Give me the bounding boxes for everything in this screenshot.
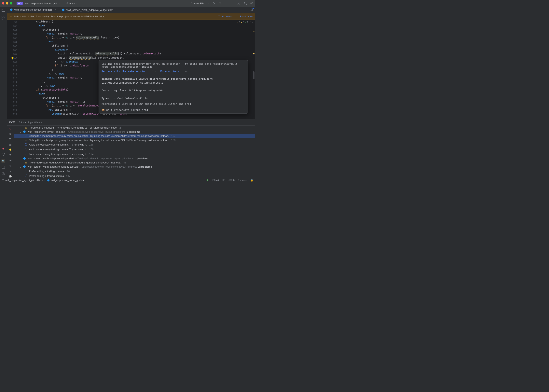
breadcrumb[interactable]: wolt_responsive_layout_grid.dart (51, 179, 85, 182)
problem-group[interactable]: ⌄🔷wolt_screen_width_adaptive_widget.dart… (14, 156, 255, 161)
more-icon[interactable]: ⋮ (225, 2, 227, 5)
sort-icon[interactable]: ⇅ (9, 164, 11, 168)
dcm-tab[interactable]: DCM (9, 121, 15, 124)
debug-icon[interactable] (218, 2, 222, 5)
problem-group[interactable]: ⌄🔷wolt_responsive_layout_grid.dart ~/Des… (14, 130, 255, 134)
read-more-link[interactable]: Read more (240, 15, 252, 18)
problem-item[interactable]: ⓘAvoid unnecessary trailing comma. Try r… (14, 142, 255, 147)
problem-item[interactable]: ⓘPrefer adding a trailing comma. :35 (14, 174, 255, 178)
window-controls (2, 2, 12, 5)
code-area[interactable]: ⚠2 ▲3 ✓6 ⌃ ⌄ children: [ Row( children: … (21, 20, 255, 119)
close-tab-icon[interactable]: ✕ (54, 8, 56, 11)
breadcrumb[interactable]: lib (37, 179, 40, 182)
problem-item[interactable]: ⚠Calling this method/property may throw … (14, 138, 255, 142)
editor-tab[interactable]: 🔷wolt_responsive_layout_grid.dart✕ (7, 7, 59, 13)
project-name[interactable]: wolt_responsive_layout_grid (25, 2, 57, 5)
folder-icon: ▢ (2, 179, 4, 182)
problem-item[interactable]: ⓘAvoid unnecessary trailing comma. Try r… (14, 152, 255, 156)
eye-icon[interactable]: 👁 (9, 159, 12, 162)
code-line[interactable]: children: [ (21, 20, 255, 24)
problem-location: :107 (171, 134, 175, 137)
code-line[interactable]: for (int i = 0; i < columnSpanCells.leng… (21, 36, 255, 40)
search-icon[interactable] (244, 2, 247, 5)
code-line[interactable]: Row( (21, 40, 255, 44)
services-tool-icon[interactable] (2, 153, 5, 156)
dart-file-icon: 🔷 (62, 8, 65, 11)
chevron-down-icon[interactable]: ⌄ (207, 2, 209, 5)
svg-point-1 (238, 2, 239, 3)
more-icon[interactable]: ⋮ (243, 108, 245, 112)
lock-icon[interactable]: 🔒 (250, 179, 253, 182)
more-actions-link[interactable]: More actions… (160, 70, 181, 73)
run-config[interactable]: Current File (191, 2, 204, 5)
problem-item[interactable]: ⚠Calling this method/property may throw … (14, 134, 255, 138)
code-line[interactable]: child: columnSpanCells[i].columnCellWidg… (21, 56, 255, 60)
run-icon[interactable] (212, 2, 215, 5)
problems-list[interactable]: ⚠Parameter is not used. Try removing it,… (14, 126, 255, 178)
problem-item[interactable]: ⓘAvoid unnecessary trailing comma. Try r… (14, 147, 255, 152)
settings-icon[interactable] (250, 2, 253, 5)
breadcrumb[interactable]: wolt_responsive_layout_grid (5, 179, 35, 182)
zoom-window[interactable] (10, 2, 12, 5)
chevron-down-icon[interactable]: ⌄ (19, 157, 21, 160)
notifications-icon[interactable] (250, 8, 253, 12)
panel-toolbar: ↻ ⚙ ☰ ▦ 💡 T 👁 ⇅ ✕ 💬 (7, 126, 14, 178)
tabs-more-icon[interactable]: ⋮ (244, 8, 246, 11)
problem-item[interactable]: ⓘPrefer adding a trailing comma. :10 (14, 169, 255, 174)
chevron-down-icon[interactable]: ⌄ (59, 2, 61, 5)
more-tool-icon[interactable]: ⋯ (2, 23, 5, 26)
code-line[interactable]: SizedBox( (21, 48, 255, 52)
close-icon[interactable]: ✕ (9, 170, 11, 173)
problem-item[interactable]: ⚠Prefer dedicated 'MediaQuery' methods i… (14, 161, 255, 165)
info-icon: ⓘ (25, 174, 28, 178)
code-line[interactable]: width: _columnSpanWidth(columnSpanCells[… (21, 52, 255, 56)
comment-icon[interactable]: 💬 (9, 175, 12, 178)
cursor-position[interactable]: 108:44 (212, 179, 219, 182)
more-icon[interactable]: ⋮ (243, 62, 245, 68)
bulb-icon[interactable]: 💡 (9, 148, 12, 151)
code-line[interactable]: _Margin(margin: margin), (21, 32, 255, 36)
inspection-summary[interactable]: ⚠2 ▲3 ✓6 ⌃ ⌄ (237, 21, 253, 23)
dart-tool-icon[interactable]: ◆ (2, 147, 4, 150)
vcs-branch[interactable]: ⎇ main ⌄ (65, 2, 78, 5)
trust-project-link[interactable]: Trust project… (218, 15, 235, 18)
editor[interactable]: 9910010110210310410510610710810911011111… (7, 20, 255, 119)
project-tool-icon[interactable] (2, 9, 5, 13)
indent[interactable]: 2 spaces (238, 179, 247, 182)
encoding[interactable]: UTF-8 (228, 179, 235, 182)
code-line[interactable]: children: [ (21, 44, 255, 48)
containing-class-label: Containing class: (102, 89, 128, 92)
branch-name: main (69, 2, 75, 5)
breadcrumb[interactable]: src (42, 179, 45, 182)
problem-item[interactable]: ⚠Parameter is not used. Try removing it,… (14, 126, 255, 130)
type-icon[interactable]: T (9, 154, 11, 157)
code-line[interactable]: children: [ (21, 28, 255, 32)
error-stripe[interactable] (253, 20, 255, 119)
file-name: wolt_screen_width_adaptive_widget_test.d… (28, 165, 79, 168)
chevron-down-icon[interactable]: ⌄ (19, 130, 21, 133)
info-icon: ⓘ (25, 152, 28, 156)
settings-icon[interactable]: ⚙ (9, 133, 11, 135)
terminal-tool-icon[interactable] (2, 166, 5, 169)
minimize-window[interactable] (6, 2, 8, 5)
line-ending[interactable]: LF (222, 179, 225, 182)
status-indicator[interactable] (207, 179, 208, 181)
problem-text: Prefer adding a trailing comma. (29, 170, 65, 173)
problem-group[interactable]: ⌄🔷wolt_screen_width_adaptive_widget_test… (14, 165, 255, 169)
replace-fix-link[interactable]: Replace with the safe version. (102, 70, 148, 73)
refresh-icon[interactable]: ↻ (9, 127, 11, 130)
analysis-tool-icon[interactable]: 🔍 (1, 159, 5, 163)
chevron-down-icon[interactable]: ⌄ (19, 165, 21, 168)
add-user-icon[interactable] (237, 2, 241, 5)
chevron-up-icon[interactable]: ⌃ (250, 21, 251, 23)
list-icon[interactable]: ☰ (9, 138, 11, 141)
code-line[interactable]: Row( (21, 24, 255, 28)
svg-point-0 (219, 3, 221, 4)
file-icon[interactable]: ▦ (9, 143, 11, 146)
problem-location: :138 (89, 143, 93, 146)
close-window[interactable] (2, 2, 4, 5)
structure-tool-icon[interactable] (2, 16, 5, 20)
editor-tab[interactable]: 🔷wolt_screen_width_adaptive_widget.dart (59, 7, 115, 13)
problem-text: Avoid unnecessary trailing comma. Try re… (29, 148, 87, 151)
problems-tool-icon[interactable] (2, 172, 5, 176)
